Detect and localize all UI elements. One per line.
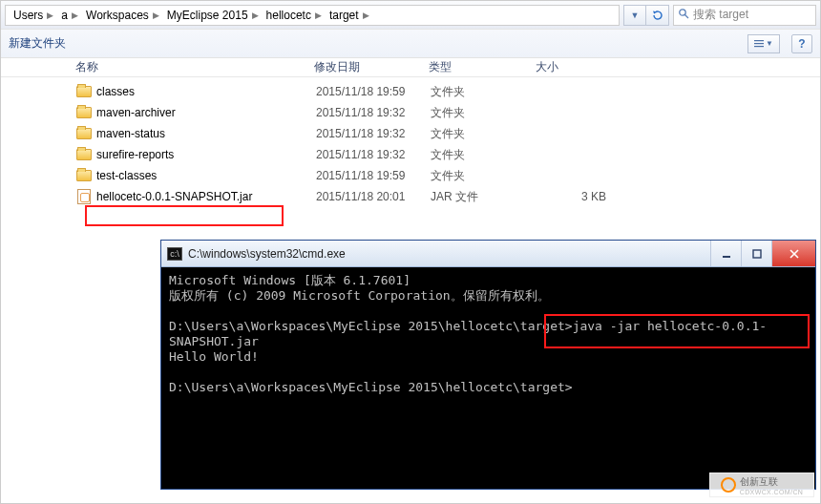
file-size: 3 KB <box>537 190 633 203</box>
address-toolbar: Users▶a▶Workspaces▶MyEclipse 2015▶helloc… <box>1 1 820 30</box>
help-button[interactable]: ? <box>791 34 812 53</box>
view-mode-button[interactable]: ▼ <box>747 34 780 53</box>
folder-icon <box>75 168 93 183</box>
file-row[interactable]: hellocetc-0.0.1-SNAPSHOT.jar2015/11/18 2… <box>75 186 820 207</box>
file-type: 文件夹 <box>431 168 537 184</box>
file-type: JAR 文件 <box>431 189 537 205</box>
new-folder-button[interactable]: 新建文件夹 <box>9 35 66 52</box>
breadcrumb-segment[interactable]: MyEclipse 2015▶ <box>163 9 263 22</box>
cmd-titlebar[interactable]: c:\ C:\windows\system32\cmd.exe <box>161 241 815 267</box>
search-placeholder: 搜索 target <box>693 7 748 23</box>
history-dropdown-button[interactable]: ▼ <box>623 5 646 26</box>
file-date: 2015/11/18 19:59 <box>316 169 431 182</box>
address-buttons: ▼ <box>623 5 669 26</box>
column-size[interactable]: 大小 <box>536 59 631 75</box>
file-name: maven-archiver <box>96 106 316 119</box>
file-name: hellocetc-0.0.1-SNAPSHOT.jar <box>96 190 316 203</box>
folder-icon <box>75 105 93 120</box>
svg-rect-6 <box>753 250 761 258</box>
file-name: maven-status <box>96 127 316 140</box>
cmd-output[interactable]: Microsoft Windows [版本 6.1.7601] 版权所有 (c)… <box>161 267 815 489</box>
command-bar: 新建文件夹 ▼ ? <box>1 30 820 58</box>
file-row[interactable]: maven-status2015/11/18 19:32文件夹 <box>75 123 820 144</box>
folder-icon <box>75 147 93 162</box>
breadcrumb-segment[interactable]: Workspaces▶ <box>82 9 163 22</box>
breadcrumb[interactable]: Users▶a▶Workspaces▶MyEclipse 2015▶helloc… <box>5 5 620 26</box>
svg-rect-2 <box>754 40 764 41</box>
watermark-sub: CDXWCX.COM/CN <box>740 489 804 495</box>
svg-rect-3 <box>754 43 764 44</box>
file-type: 文件夹 <box>431 84 537 100</box>
folder-icon <box>75 84 93 99</box>
cmd-title-text: C:\windows\system32\cmd.exe <box>188 247 710 261</box>
highlight-jar-file <box>85 205 284 226</box>
breadcrumb-segment[interactable]: hellocetc▶ <box>263 9 326 22</box>
breadcrumb-segment[interactable]: Users▶ <box>10 9 57 22</box>
breadcrumb-segment[interactable]: a▶ <box>57 9 82 22</box>
file-date: 2015/11/18 20:01 <box>316 190 431 203</box>
breadcrumb-segment[interactable]: target▶ <box>326 9 373 22</box>
folder-icon <box>75 126 93 141</box>
file-type: 文件夹 <box>431 147 537 163</box>
column-type[interactable]: 类型 <box>429 59 536 75</box>
file-date: 2015/11/18 19:59 <box>316 85 431 98</box>
column-name[interactable]: 名称 <box>75 59 314 75</box>
cmd-window: c:\ C:\windows\system32\cmd.exe Microsof… <box>160 240 816 490</box>
watermark-brand: 创新互联 <box>740 475 804 489</box>
column-date[interactable]: 修改日期 <box>314 59 429 75</box>
file-date: 2015/11/18 19:32 <box>316 106 431 119</box>
watermark: 创新互联 CDXWCX.COM/CN <box>709 472 814 497</box>
refresh-button[interactable] <box>646 5 669 26</box>
search-input[interactable]: 搜索 target <box>673 5 816 26</box>
file-row[interactable]: test-classes2015/11/18 19:59文件夹 <box>75 165 820 186</box>
svg-line-1 <box>685 15 689 19</box>
svg-rect-5 <box>723 256 730 258</box>
file-name: surefire-reports <box>96 148 316 161</box>
search-icon <box>678 8 689 22</box>
file-row[interactable]: maven-archiver2015/11/18 19:32文件夹 <box>75 102 820 123</box>
file-name: test-classes <box>96 169 316 182</box>
maximize-button[interactable] <box>741 241 771 266</box>
cmd-icon: c:\ <box>167 247 182 261</box>
svg-rect-4 <box>754 46 764 47</box>
watermark-logo-icon <box>721 477 736 493</box>
minimize-button[interactable] <box>710 241 741 266</box>
column-headers: 名称 修改日期 类型 大小 <box>1 58 820 77</box>
file-type: 文件夹 <box>431 105 537 121</box>
file-date: 2015/11/18 19:32 <box>316 127 431 140</box>
file-list: classes2015/11/18 19:59文件夹maven-archiver… <box>1 77 820 207</box>
file-type: 文件夹 <box>431 126 537 142</box>
file-name: classes <box>96 85 316 98</box>
svg-point-0 <box>680 10 685 15</box>
file-row[interactable]: surefire-reports2015/11/18 19:32文件夹 <box>75 144 820 165</box>
file-date: 2015/11/18 19:32 <box>316 148 431 161</box>
jar-icon <box>75 189 93 204</box>
file-row[interactable]: classes2015/11/18 19:59文件夹 <box>75 81 820 102</box>
close-button[interactable] <box>771 241 815 266</box>
